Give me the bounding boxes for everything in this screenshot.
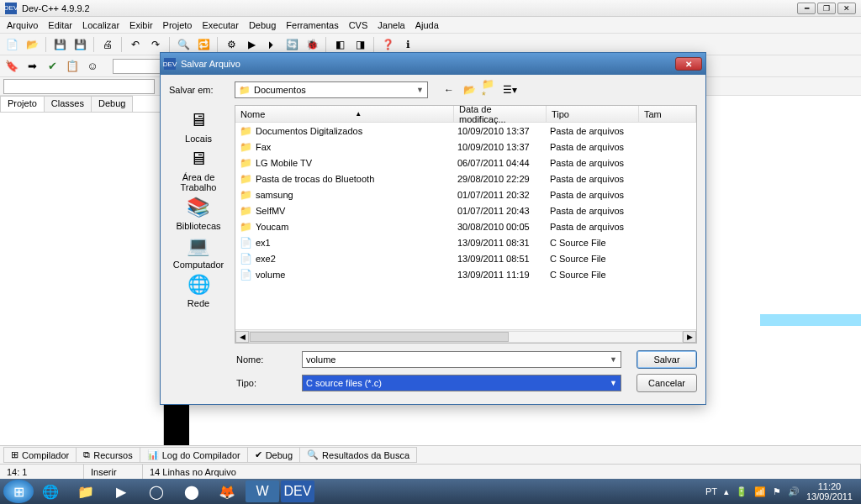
tab-resultados[interactable]: 🔍Resultados da Busca [299,447,417,463]
find-icon[interactable]: 🔍 [175,36,192,53]
tray-flag-icon[interactable]: ⚑ [773,486,781,497]
col-tam[interactable]: Tam [639,106,696,122]
close-button[interactable]: ✕ [837,3,856,14]
scroll-thumb[interactable] [250,332,509,342]
replace-icon[interactable]: 🔁 [195,36,212,53]
menu-exibir[interactable]: Exibir [129,20,153,30]
file-row[interactable]: 📄ex113/09/2011 08:31C Source File [235,234,696,250]
place-rede[interactable]: 🌐Rede [185,273,212,308]
views-icon[interactable]: ☰▾ [502,82,517,97]
taskbar-media[interactable]: ▶ [104,480,138,502]
file-row[interactable]: 📄volume13/09/2011 11:19C Source File [235,266,696,282]
tab-debug[interactable]: Debug [91,96,133,112]
place-desktop[interactable]: 🖥Área de Trabalho [169,147,228,192]
file-row[interactable]: 📁Fax10/09/2010 13:37Pasta de arquivos [235,139,696,155]
file-date: 13/09/2011 08:51 [457,254,550,264]
scroll-left-icon[interactable]: ◀ [235,331,249,343]
file-row[interactable]: 📁samsung01/07/2011 20:32Pasta de arquivo… [235,186,696,202]
taskbar-word[interactable]: W [246,480,279,502]
start-button[interactable]: ⊞ [3,480,34,503]
tab-debug-bottom[interactable]: ✔Debug [247,447,300,463]
undo-icon[interactable]: ↶ [127,36,144,53]
file-row[interactable]: 📁Pasta de trocas do Bluetooth29/08/2010 … [235,171,696,186]
check-icon[interactable]: ✔ [44,58,61,75]
save-button[interactable]: Salvar [637,350,697,369]
menu-arquivo[interactable]: Arquivo [7,20,38,30]
about-icon[interactable]: ℹ [399,36,416,53]
saveall-icon[interactable]: 💾 [71,36,88,53]
file-row[interactable]: 📁Documentos Digitalizados10/09/2010 13:3… [235,123,696,139]
tab-projeto[interactable]: Projeto [0,96,45,112]
menu-cvs[interactable]: CVS [349,20,368,30]
taskbar-explorer[interactable]: 📁 [69,480,103,502]
goto-icon[interactable]: ➡ [24,58,40,75]
tray-sound-icon[interactable]: 🔊 [788,486,800,497]
tray-lang[interactable]: PT [705,486,717,496]
print-icon[interactable]: 🖨 [99,36,116,53]
taskbar-devcpp[interactable]: DEV [281,480,314,502]
place-bibliotecas[interactable]: 📚Bibliotecas [176,196,220,231]
file-row[interactable]: 📁SelfMV01/07/2011 20:43Pasta de arquivos [235,202,696,218]
col-data[interactable]: Data de modificaç... [454,106,547,122]
open-icon[interactable]: 📂 [24,36,40,53]
save-icon[interactable]: 💾 [51,36,68,53]
help-icon[interactable]: ❓ [379,36,396,53]
maximize-button[interactable]: ❐ [817,3,836,14]
back-icon[interactable]: ← [441,82,457,97]
col-tipo[interactable]: Tipo [547,106,639,122]
place-locais[interactable]: 🖥Locais [185,108,212,144]
menu-editar[interactable]: Editar [48,20,72,30]
file-row[interactable]: 📄exe213/09/2011 08:51C Source File [235,250,696,266]
taskbar-chrome[interactable]: ◯ [140,480,173,502]
menu-janela[interactable]: Janela [378,20,404,30]
scroll-track[interactable] [249,331,683,343]
menu-ferramentas[interactable]: Ferramentas [286,20,338,30]
minimize-button[interactable]: ━ [797,3,816,14]
cancel-button[interactable]: Cancelar [637,374,697,392]
new-icon[interactable]: 📄 [3,36,20,53]
compile-run-icon[interactable]: ⏵ [263,36,280,53]
scroll-right-icon[interactable]: ▶ [683,331,696,343]
rebuild-icon[interactable]: 🔄 [283,36,300,53]
redo-icon[interactable]: ↷ [147,36,164,53]
place-computador[interactable]: 💻Computador [173,234,224,270]
file-row[interactable]: 📁Youcam30/08/2010 00:05Pasta de arquivos [235,218,696,234]
dialog-close-button[interactable]: ✕ [675,57,702,71]
tray-clock[interactable]: 11:20 13/09/2011 [806,481,853,501]
compile-icon[interactable]: ⚙ [223,36,240,53]
taskbar-ie[interactable]: 🌐 [34,480,67,502]
tab-log[interactable]: 📊Log do Compilador [140,447,248,463]
filename-input[interactable]: volume▼ [302,351,621,368]
face-icon[interactable]: ☺ [84,58,101,75]
search-combo[interactable] [3,79,155,94]
menu-debug[interactable]: Debug [249,20,276,30]
up-folder-icon[interactable]: 📂 [462,82,477,97]
filetype-combo[interactable]: C source files (*.c)▼ [302,375,621,391]
save-in-combo[interactable]: 📁 Documentos ▼ [235,81,428,98]
tray-wifi-icon[interactable]: 📶 [754,486,766,497]
taskbar-firefox[interactable]: 🦊 [210,480,244,502]
file-row[interactable]: 📁LG Mobile TV06/07/2011 04:44Pasta de ar… [235,155,696,171]
new-folder-icon[interactable]: 📁* [482,82,497,97]
tray-battery-icon[interactable]: 🔋 [736,486,747,497]
menu-executar[interactable]: Executar [202,20,238,30]
tray-up-icon[interactable]: ▴ [724,486,729,497]
run-icon[interactable]: ▶ [243,36,260,53]
folder-icon: 📁 [239,172,252,186]
horizontal-scrollbar[interactable]: ◀ ▶ [235,329,696,343]
menu-ajuda[interactable]: Ajuda [415,20,439,30]
debug-icon[interactable]: 🐞 [304,36,320,53]
tool2-icon[interactable]: ◨ [351,36,368,53]
tab-classes[interactable]: Classes [44,96,92,112]
todo-icon[interactable]: 📋 [64,58,81,75]
taskbar-avast[interactable]: ⬤ [175,480,209,502]
menu-projeto[interactable]: Projeto [163,20,193,30]
tab-recursos[interactable]: ⧉Recursos [76,447,140,463]
bookmark-icon[interactable]: 🔖 [3,58,20,75]
file-list[interactable]: 📁Documentos Digitalizados10/09/2010 13:3… [235,123,696,329]
menu-localizar[interactable]: Localizar [82,20,119,30]
col-nome[interactable]: Nome▲ [235,106,454,122]
tool1-icon[interactable]: ◧ [331,36,348,53]
dialog-titlebar[interactable]: DEV Salvar Arquivo ✕ [161,53,705,75]
tab-compilador[interactable]: ⊞Compilador [3,447,77,463]
